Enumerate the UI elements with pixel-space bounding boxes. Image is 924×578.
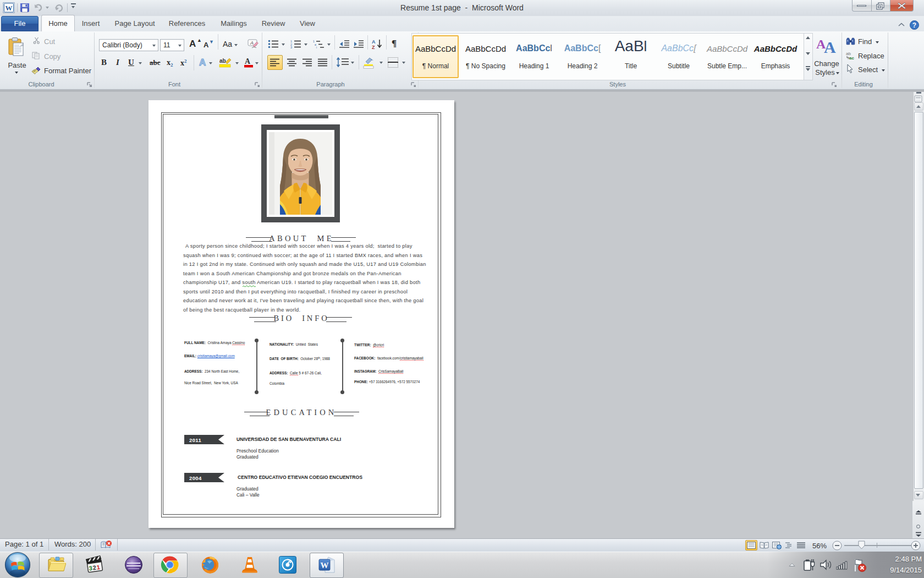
svg-text:i: i [316,46,317,48]
svg-text:A: A [824,38,836,54]
svg-text:2011: 2011 [189,437,202,443]
svg-text:ac: ac [849,56,854,60]
svg-text:W: W [6,4,13,12]
svg-text:?: ? [912,21,916,29]
svg-text:A: A [372,39,376,45]
svg-text:2004: 2004 [189,475,202,481]
svg-text:W: W [321,561,329,570]
svg-text:A: A [245,57,251,66]
svg-text:3: 3 [290,46,292,48]
svg-text:ab: ab [219,58,226,64]
svg-text:Z: Z [372,45,375,50]
svg-text:A: A [250,40,254,46]
